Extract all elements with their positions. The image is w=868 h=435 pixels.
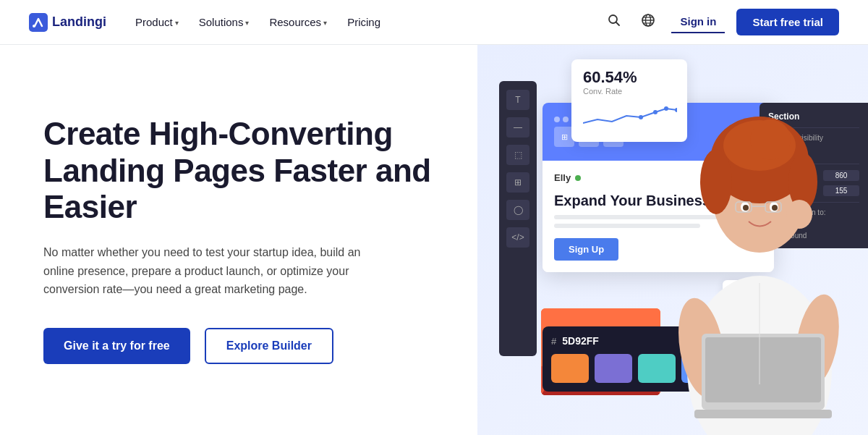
svg-rect-36 [694, 410, 832, 418]
try-free-button[interactable]: Give it a try for free [43, 328, 190, 364]
nav-solutions[interactable]: Solutions ▾ [190, 12, 258, 33]
hex-value[interactable]: 5D92FF [562, 335, 599, 347]
svg-point-28 [743, 205, 749, 211]
svg-rect-35 [705, 337, 821, 402]
person-image [644, 59, 868, 435]
tool-text: T [506, 90, 529, 110]
navbar: Landingi Product ▾ Solutions ▾ Resources… [0, 0, 868, 45]
svg-rect-0 [29, 13, 48, 32]
editor-sidebar: T — ⬚ ⊞ ◯ </> [499, 81, 537, 356]
logo-icon [29, 13, 48, 32]
chevron-down-icon: ▾ [245, 19, 249, 27]
hero-subtext: No matter whether you need to test your … [43, 243, 391, 299]
swatch-orange[interactable] [551, 354, 589, 383]
hero-visual: 60.54% Conv. Rate T — ⬚ ⊞ ◯ </> [477, 45, 868, 435]
svg-point-23 [700, 149, 732, 214]
hero-section: Create High-Converting Landing Pages Fas… [0, 45, 868, 435]
svg-line-3 [616, 22, 620, 26]
dot-2 [563, 117, 569, 122]
lp-name: Elly [554, 172, 571, 183]
explore-builder-button[interactable]: Explore Builder [205, 328, 333, 364]
svg-point-9 [639, 115, 643, 119]
search-button[interactable] [603, 9, 625, 35]
hero-headline: Create High-Converting Landing Pages Fas… [43, 116, 434, 226]
globe-icon [641, 13, 655, 28]
hash-symbol: # [551, 336, 556, 347]
signin-button[interactable]: Sign in [671, 11, 725, 33]
search-icon [608, 14, 621, 27]
hero-content: Create High-Converting Landing Pages Fas… [0, 45, 477, 435]
nav-left: Landingi Product ▾ Solutions ▾ Resources… [29, 12, 389, 33]
trial-button[interactable]: Start free trial [736, 9, 839, 35]
lp-status-indicator [575, 175, 581, 181]
nav-links: Product ▾ Solutions ▾ Resources ▾ Pricin… [127, 12, 389, 33]
nav-resources[interactable]: Resources ▾ [260, 12, 336, 33]
logo[interactable]: Landingi [29, 13, 106, 32]
tool-code: </> [506, 227, 529, 248]
nav-right: Sign in Start free trial [603, 9, 839, 35]
svg-point-33 [786, 200, 812, 229]
svg-point-29 [772, 205, 778, 211]
chevron-down-icon: ▾ [323, 19, 327, 27]
hero-buttons: Give it a try for free Explore Builder [43, 328, 434, 364]
chevron-down-icon: ▾ [175, 19, 179, 27]
logo-text: Landingi [52, 14, 106, 30]
svg-point-1 [33, 25, 35, 28]
tool-layout: ⊞ [506, 172, 529, 193]
person-svg [658, 80, 861, 435]
tool-shape: ◯ [506, 200, 529, 220]
lp-cta-button[interactable]: Sign Up [554, 238, 618, 261]
nav-product[interactable]: Product ▾ [127, 12, 187, 33]
tool-image: ⬚ [506, 145, 529, 165]
svg-point-25 [750, 119, 791, 160]
nav-pricing[interactable]: Pricing [339, 12, 389, 33]
dot-1 [554, 117, 560, 122]
tool-divider: — [506, 117, 529, 138]
language-button[interactable] [637, 9, 660, 35]
swatch-purple[interactable] [595, 354, 632, 383]
